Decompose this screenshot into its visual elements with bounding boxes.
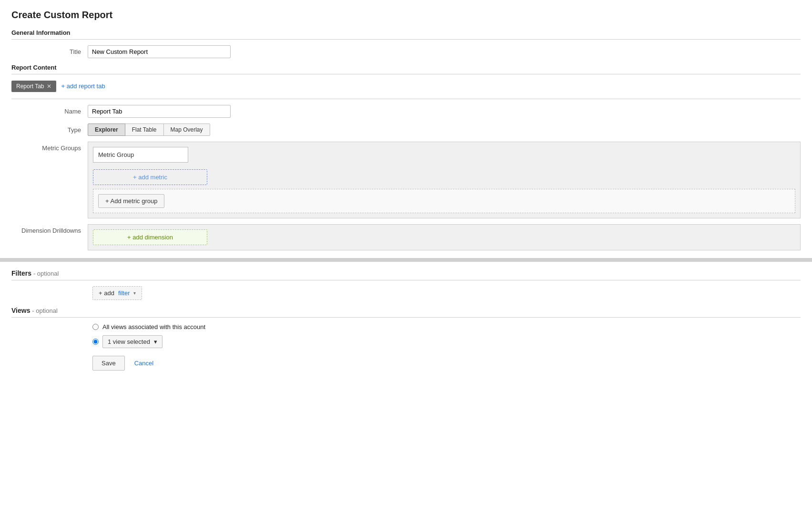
type-row: Type Explorer Flat Table Map Overlay bbox=[11, 124, 801, 136]
filters-divider bbox=[11, 280, 801, 280]
dimension-field: + add dimension bbox=[88, 224, 801, 250]
cancel-button[interactable]: Cancel bbox=[132, 356, 155, 370]
add-filter-link: filter bbox=[118, 289, 130, 297]
views-label: Views bbox=[11, 307, 30, 314]
dimension-row: Dimension Drilldowns + add dimension bbox=[11, 224, 801, 250]
add-metric-button[interactable]: + add metric bbox=[93, 169, 207, 185]
filters-label: Filters bbox=[11, 269, 31, 277]
chevron-down-icon: ▾ bbox=[133, 290, 136, 296]
type-flat-table-button[interactable]: Flat Table bbox=[125, 124, 164, 136]
type-field: Explorer Flat Table Map Overlay bbox=[88, 124, 801, 136]
action-buttons: Save Cancel bbox=[92, 356, 801, 371]
title-field bbox=[88, 45, 801, 58]
active-tab[interactable]: Report Tab ✕ bbox=[11, 81, 56, 92]
general-divider bbox=[11, 39, 801, 40]
page-title: Create Custom Report bbox=[11, 10, 801, 21]
add-filter-dropdown[interactable]: + add filter ▾ bbox=[92, 286, 142, 300]
type-buttons: Explorer Flat Table Map Overlay bbox=[88, 124, 801, 136]
add-tab-link[interactable]: + add report tab bbox=[59, 80, 107, 92]
all-views-row: All views associated with this account bbox=[92, 323, 801, 330]
views-heading: Views - optional bbox=[11, 307, 801, 314]
filters-section: Filters - optional + add filter ▾ bbox=[11, 269, 801, 300]
tabs-bar: Report Tab ✕ + add report tab bbox=[11, 80, 801, 92]
type-explorer-button[interactable]: Explorer bbox=[88, 124, 125, 136]
metric-group-name: Metric Group bbox=[98, 151, 134, 158]
add-metric-group-wrapper: + Add metric group bbox=[93, 189, 795, 213]
selected-views-row: 1 view selected ▾ bbox=[92, 335, 801, 348]
title-row: Title bbox=[11, 45, 801, 58]
all-views-radio[interactable] bbox=[92, 324, 99, 330]
metric-groups-area: Metric Group + add metric + Add metric g… bbox=[88, 142, 801, 218]
filters-optional: - optional bbox=[33, 270, 59, 277]
add-filter-prefix: + add bbox=[99, 289, 114, 297]
tab-name-input[interactable] bbox=[88, 105, 231, 118]
metric-groups-label: Metric Groups bbox=[11, 142, 88, 152]
section-separator bbox=[0, 258, 812, 262]
metric-group-name-box: Metric Group bbox=[93, 147, 188, 163]
view-dropdown-chevron-icon: ▾ bbox=[154, 338, 157, 345]
metric-group-item: Metric Group + add metric bbox=[93, 147, 795, 185]
dimension-label: Dimension Drilldowns bbox=[11, 224, 88, 234]
metric-groups-row: Metric Groups Metric Group + add metric … bbox=[11, 142, 801, 218]
tab-name-field bbox=[88, 105, 801, 118]
active-tab-label: Report Tab bbox=[16, 83, 44, 90]
views-divider bbox=[11, 317, 801, 318]
title-input[interactable] bbox=[88, 45, 231, 58]
filters-heading: Filters - optional bbox=[11, 269, 801, 277]
report-content-section: Report Content Report Tab ✕ + add report… bbox=[11, 64, 801, 250]
tabs-divider bbox=[11, 99, 801, 99]
filters-content: + add filter ▾ bbox=[92, 286, 801, 300]
type-map-overlay-button[interactable]: Map Overlay bbox=[163, 124, 210, 136]
metric-groups-field: Metric Group + add metric + Add metric g… bbox=[88, 142, 801, 218]
add-dimension-button[interactable]: + add dimension bbox=[93, 229, 207, 245]
add-metric-group-button[interactable]: + Add metric group bbox=[98, 194, 164, 208]
all-views-label: All views associated with this account bbox=[102, 323, 205, 330]
general-info-heading: General Information bbox=[11, 29, 801, 36]
view-selected-dropdown[interactable]: 1 view selected ▾ bbox=[102, 335, 162, 348]
type-label: Type bbox=[11, 124, 88, 134]
save-button[interactable]: Save bbox=[92, 356, 125, 371]
views-section: Views - optional All views associated wi… bbox=[11, 307, 801, 348]
title-label: Title bbox=[11, 45, 88, 55]
selected-views-radio[interactable] bbox=[92, 339, 99, 345]
tab-name-label: Name bbox=[11, 105, 88, 115]
views-optional: - optional bbox=[32, 307, 57, 314]
dimension-area: + add dimension bbox=[88, 224, 801, 250]
report-content-divider bbox=[11, 74, 801, 74]
view-selected-label: 1 view selected bbox=[108, 338, 150, 345]
report-content-heading: Report Content bbox=[11, 64, 801, 71]
add-metric-wrapper: + add metric bbox=[93, 169, 795, 185]
tab-name-row: Name bbox=[11, 105, 801, 118]
tab-close-icon[interactable]: ✕ bbox=[47, 83, 51, 89]
